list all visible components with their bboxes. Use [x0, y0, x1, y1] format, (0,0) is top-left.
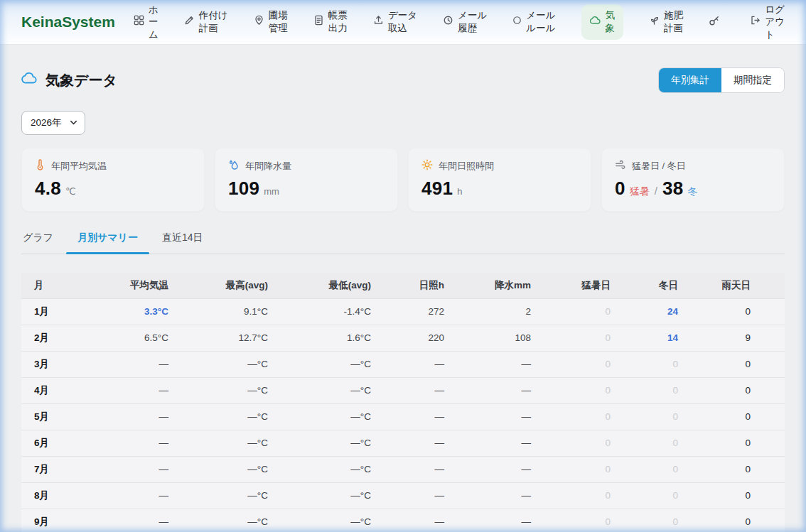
cloud-icon: [590, 15, 601, 30]
table-cell: —: [458, 377, 545, 403]
table-cell: —: [108, 377, 183, 403]
table-cell: 9月: [21, 509, 108, 532]
tabs: グラフ 月別サマリー 直近14日: [21, 232, 785, 254]
pencil-icon: [184, 15, 195, 29]
table-row: 1月3.3°C9.1°C-1.4°C27220240: [21, 298, 785, 325]
table-cell: 0: [692, 298, 785, 325]
sun-icon: [421, 159, 433, 173]
nav-item-label: ホ ー ム: [149, 4, 158, 41]
table-cell: 0: [545, 351, 625, 377]
card-annual-sunshine: 年間日照時間 491 h: [408, 148, 591, 212]
column-header: 雨天日: [692, 273, 785, 298]
nav-item-mail-rules[interactable]: メール ルール: [512, 9, 555, 34]
nav-item-label: 帳票 出力: [328, 9, 348, 34]
table-cell: —: [108, 482, 183, 509]
table-cell: 1.6°C: [282, 325, 385, 351]
table-cell: —°C: [183, 456, 282, 482]
table-cell: 12.7°C: [183, 325, 282, 351]
table-row: 7月——°C—°C——000: [21, 456, 785, 482]
card-label: 猛暑日 / 冬日: [632, 160, 686, 173]
tab-graph[interactable]: グラフ: [21, 232, 55, 254]
table-cell: 0: [625, 509, 692, 532]
year-select[interactable]: 2026年: [21, 111, 85, 135]
nav-item-weather[interactable]: 気 象: [581, 4, 624, 39]
table-row: 9月——°C—°C——000: [21, 509, 785, 532]
seedling-icon: [649, 15, 660, 29]
winter-days-label: 冬: [687, 185, 697, 198]
period-select-button[interactable]: 期間指定: [721, 68, 784, 92]
nav-item-field-management[interactable]: 圃場 管理: [254, 9, 288, 34]
nav-item-home[interactable]: ホ ー ム: [134, 4, 158, 41]
history-clock-icon: [443, 15, 453, 29]
table-cell: 0: [692, 403, 785, 430]
yearly-summary-button[interactable]: 年別集計: [659, 68, 721, 92]
brand-logo[interactable]: KeinaSystem: [21, 13, 115, 31]
table-cell: 14: [625, 325, 692, 351]
table-cell: 6月: [21, 430, 108, 456]
table-cell: 2月: [21, 325, 108, 351]
table-cell: —: [385, 403, 458, 430]
table-cell: —: [458, 509, 545, 532]
card-value: 4.8: [35, 178, 61, 200]
table-cell: 5月: [21, 403, 108, 430]
table-cell: —°C: [282, 456, 385, 482]
table-cell: —°C: [183, 377, 282, 403]
circle-icon: [512, 16, 522, 28]
table-cell: 0: [625, 430, 692, 456]
card-unit: ℃: [65, 186, 76, 197]
wind-icon: [615, 159, 626, 173]
monthly-summary-table: 月平均気温最高(avg)最低(avg)日照h降水mm猛暑日冬日雨天日 1月3.3…: [21, 273, 785, 532]
key-icon: [709, 15, 720, 30]
table-cell: 0: [692, 430, 785, 456]
table-cell: -1.4°C: [282, 298, 385, 325]
nav-item-data-import[interactable]: データ 取込: [373, 9, 417, 34]
nav-item-report-output[interactable]: 帳票 出力: [313, 9, 348, 34]
card-unit: h: [457, 186, 462, 197]
card-annual-precipitation: 年間降水量 109 mm: [215, 148, 398, 212]
table-row: 2月6.5°C12.7°C1.6°C2201080149: [21, 325, 785, 351]
year-select-value: 2026年: [31, 116, 62, 129]
cloud-title-icon: [21, 70, 38, 90]
table-cell: 0: [692, 377, 785, 403]
nav-item-logout[interactable]: ログ アウ ト: [750, 4, 785, 41]
view-toggle: 年別集計 期間指定: [658, 67, 785, 93]
table-cell: 0: [545, 509, 625, 532]
table-cell: 0: [545, 482, 625, 509]
table-cell: 0: [545, 377, 625, 403]
table-cell: —°C: [183, 430, 282, 456]
card-avg-temperature: 年間平均気温 4.8 ℃: [21, 148, 205, 212]
table-cell: —: [458, 456, 545, 482]
table-cell: —: [458, 351, 545, 377]
table-header-row: 月平均気温最高(avg)最低(avg)日照h降水mm猛暑日冬日雨天日: [21, 273, 785, 298]
thermometer-icon: [35, 159, 45, 173]
column-header: 最高(avg): [183, 273, 282, 298]
table-row: 4月——°C—°C——000: [21, 377, 785, 403]
nav-item-mail-history[interactable]: メール 履歴: [443, 9, 487, 34]
nav-item-fertilizer-plan[interactable]: 施肥 計画: [649, 9, 683, 34]
tab-recent-14-days[interactable]: 直近14日: [161, 232, 205, 254]
droplet-icon: [228, 159, 240, 173]
card-value: 491: [421, 178, 453, 200]
table-cell: 0: [545, 325, 625, 351]
tab-monthly-summary[interactable]: 月別サマリー: [76, 232, 139, 254]
table-cell: 220: [385, 325, 458, 351]
nav-item-planting-plan[interactable]: 作付け 計画: [184, 9, 228, 34]
nav-item-label: 施肥 計画: [664, 9, 683, 34]
table-cell: —: [385, 351, 458, 377]
card-label: 年間日照時間: [439, 160, 494, 173]
table-cell: —: [385, 430, 458, 456]
map-pin-icon: [254, 15, 264, 29]
nav-item-password[interactable]: [709, 15, 724, 30]
column-header: 日照h: [385, 273, 458, 298]
card-extreme-days: 猛暑日 / 冬日 0 猛暑 / 38 冬: [601, 148, 785, 212]
page-title: 気象データ: [45, 71, 117, 90]
table-cell: —: [108, 509, 183, 532]
table-cell: 0: [625, 351, 692, 377]
table-row: 3月——°C—°C——000: [21, 351, 785, 377]
table-body: 1月3.3°C9.1°C-1.4°C272202402月6.5°C12.7°C1…: [21, 298, 785, 532]
table-cell: 1月: [21, 298, 108, 325]
table-cell: 0: [545, 456, 625, 482]
column-header: 冬日: [625, 273, 692, 298]
card-unit: mm: [264, 186, 279, 197]
table-cell: 24: [625, 298, 692, 325]
